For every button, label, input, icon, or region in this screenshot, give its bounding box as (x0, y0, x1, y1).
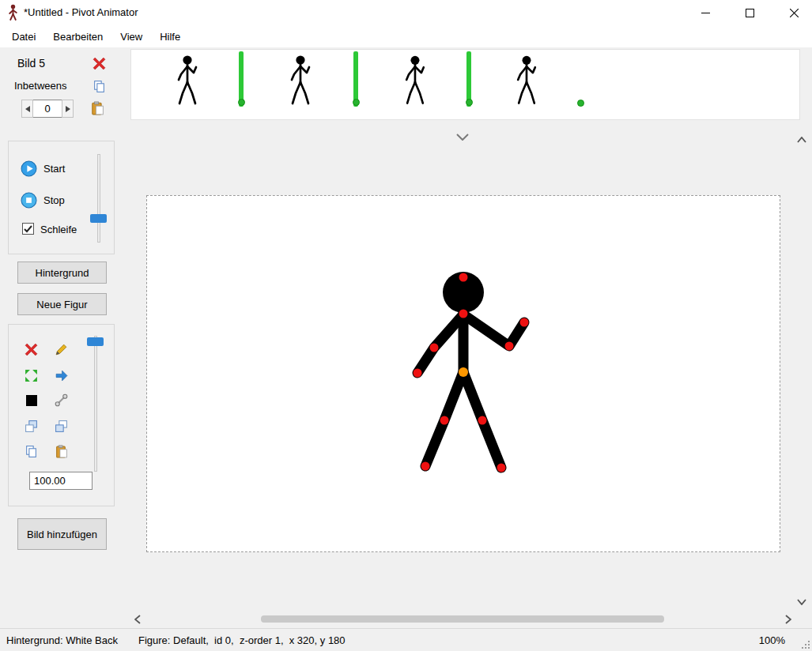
frame-strip (130, 49, 800, 120)
status-bar: Hintergrund: White Back Figure: Default,… (0, 628, 812, 651)
play-button[interactable] (20, 160, 37, 177)
delete-frame-button[interactable] (91, 55, 107, 71)
joint-handle-left-foot[interactable] (421, 462, 430, 471)
frame-insert-marker[interactable] (577, 100, 584, 107)
inbetweens-label: Inbetweens (14, 80, 67, 92)
inbetweens-value-input[interactable] (33, 100, 62, 118)
figure-scale-input[interactable] (29, 472, 93, 490)
animation-canvas[interactable] (146, 195, 780, 552)
raise-figure-button[interactable] (23, 418, 39, 434)
background-button[interactable]: Hintergrund (17, 262, 107, 284)
delete-x-icon (25, 343, 38, 356)
scroll-down-arrow-icon[interactable] (795, 595, 808, 608)
horizontal-scrollbar-thumb[interactable] (261, 615, 664, 623)
stick-figure-segments[interactable] (417, 313, 524, 468)
menu-datei[interactable]: Datei (3, 27, 44, 47)
delete-figure-button[interactable] (23, 341, 39, 357)
attach-segment-button[interactable] (53, 392, 69, 408)
joint-handle-right-knee[interactable] (478, 416, 487, 425)
frame-thumbnail-1[interactable] (135, 51, 238, 107)
app-logo-icon (7, 4, 19, 21)
status-zoom: 100% (759, 634, 785, 646)
joint-handle-left-hand[interactable] (414, 369, 422, 378)
figure-scale-slider-thumb[interactable] (87, 337, 104, 346)
figure-tools-panel (8, 324, 115, 506)
inbetweens-stepper (21, 100, 74, 118)
stick-figure (147, 196, 780, 551)
play-icon (21, 160, 37, 177)
minimize-button[interactable] (687, 0, 723, 25)
menu-hilfe[interactable]: Hilfe (151, 27, 189, 47)
add-frame-button[interactable]: Bild hinzufügen (17, 518, 107, 550)
frame-thumbnail-3[interactable] (363, 51, 464, 107)
flip-figure-button[interactable] (53, 367, 69, 383)
playback-speed-slider-thumb[interactable] (90, 214, 107, 223)
window-title: *Untitled - Pivot Animator (24, 6, 138, 18)
copy-icon (93, 80, 106, 93)
joint-handle-head[interactable] (459, 273, 468, 282)
paste-icon (90, 101, 104, 115)
frame-thumbnail-2[interactable] (250, 51, 353, 107)
current-frame-label: Bild 5 (17, 57, 45, 70)
frame-thumbnail-4[interactable] (476, 51, 577, 107)
joint-handle-right-foot[interactable] (497, 464, 506, 472)
paste-figure-button[interactable] (53, 443, 69, 459)
blue-arrow-icon (55, 369, 68, 382)
status-background: Hintergrund: White Back (6, 634, 118, 646)
stop-button[interactable] (20, 191, 37, 209)
copy-figure-button[interactable] (23, 443, 39, 459)
lower-figure-button[interactable] (53, 418, 69, 434)
joint-handle-right-hand[interactable] (520, 318, 529, 327)
joint-handle-left-elbow[interactable] (430, 344, 439, 352)
background-button-label: Hintergrund (36, 267, 89, 279)
close-button[interactable] (776, 0, 812, 25)
copy-icon (25, 445, 38, 458)
pencil-icon (55, 343, 68, 356)
checkbox-checked-icon (22, 223, 34, 235)
menu-bearbeiten[interactable]: Bearbeiten (44, 27, 111, 47)
figure-scale-slider-track[interactable] (94, 336, 97, 472)
status-figure-info: Figure: Default, id 0, z-order 1, x 320,… (138, 634, 346, 646)
inbetweens-decrement-button[interactable] (21, 100, 33, 118)
loop-label: Schleife (40, 224, 77, 235)
app-window: *Untitled - Pivot Animator Datei Bearbei… (0, 0, 812, 651)
menu-bar: Datei Bearbeiten View Hilfe (0, 25, 812, 47)
playback-speed-slider-track[interactable] (97, 154, 100, 243)
joint-handle-left-knee[interactable] (440, 416, 449, 425)
center-figure-button[interactable] (23, 367, 39, 383)
inbetweens-increment-button[interactable] (62, 100, 74, 118)
add-frame-button-label: Bild hinzufügen (27, 529, 97, 540)
joint-handle-right-elbow[interactable] (505, 342, 514, 351)
raise-z-order-icon (25, 420, 38, 433)
paste-icon (55, 445, 68, 458)
maximize-button[interactable] (731, 0, 768, 25)
paste-frame-button[interactable] (89, 100, 105, 116)
start-label: Start (43, 163, 65, 175)
segment-icon (55, 393, 68, 407)
joint-handle-neck[interactable] (459, 310, 468, 318)
copy-frame-button[interactable] (91, 78, 107, 94)
new-figure-button[interactable]: Neue Figur (17, 293, 107, 315)
stop-label: Stop (43, 194, 65, 206)
scroll-up-arrow-icon[interactable] (795, 133, 808, 146)
new-figure-button-label: Neue Figur (36, 299, 87, 310)
scroll-left-arrow-icon[interactable] (130, 612, 144, 626)
loop-checkbox[interactable] (21, 222, 34, 235)
title-bar: *Untitled - Pivot Animator (0, 0, 812, 25)
menu-view[interactable]: View (111, 27, 151, 47)
origin-handle-hip[interactable] (459, 367, 468, 377)
resize-grip[interactable] (800, 639, 810, 649)
green-arrows-icon (25, 369, 38, 382)
scroll-right-arrow-icon[interactable] (781, 612, 795, 626)
colour-swatch-icon (26, 395, 37, 406)
frame-separator-handle[interactable] (466, 99, 473, 106)
playback-panel: Start Stop Schleife (8, 141, 115, 254)
strip-collapse-chevron-icon[interactable] (453, 131, 472, 142)
lower-z-order-icon (55, 420, 68, 433)
stop-icon (21, 192, 37, 209)
figure-colour-button[interactable] (24, 393, 40, 408)
edit-figure-button[interactable] (53, 341, 69, 357)
delete-x-icon (93, 57, 106, 70)
frame-separator-handle[interactable] (353, 99, 360, 106)
frame-separator-handle[interactable] (238, 99, 245, 106)
